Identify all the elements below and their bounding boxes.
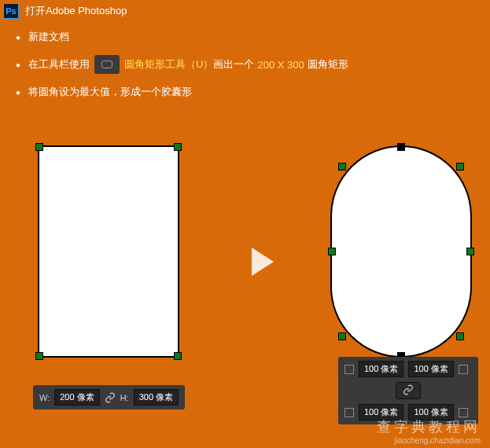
- handle-top-left: [35, 143, 43, 151]
- link-icon: [403, 384, 414, 395]
- corner-bl-icon: [344, 408, 354, 417]
- handle-top-right: [174, 143, 182, 151]
- rounded-rect-shape: [38, 145, 179, 358]
- instruction-list: Ps 打开Adobe Photoshop ● 新建文档 ● 在工具栏使用 圆角矩…: [0, 0, 490, 99]
- link-corners-button[interactable]: [396, 382, 421, 399]
- handle-top: [397, 143, 405, 151]
- handle-bottom-left: [35, 352, 43, 360]
- corner-tr-icon: [459, 365, 468, 374]
- bullet-icon: ●: [16, 88, 20, 97]
- handle-bottom-left: [338, 332, 346, 340]
- watermark-line2: jiaocheng.chazidian.com: [377, 436, 481, 445]
- width-field[interactable]: 200 像素: [54, 389, 99, 406]
- bullet-1-text: 打开Adobe Photoshop: [25, 4, 127, 18]
- bullet-3-text-a: 在工具栏使用: [28, 57, 90, 72]
- corner-radius-panel: 100 像素 100 像素 100 像素 100 像素: [338, 357, 478, 424]
- height-field[interactable]: 300 像素: [134, 389, 179, 406]
- bullet-2-text: 新建文档: [28, 30, 69, 44]
- photoshop-icon: Ps: [3, 3, 19, 19]
- bullet-row-3: ● 在工具栏使用 圆角矩形工具（U） 画出一个 200 X 300 圆角矩形: [8, 55, 482, 74]
- bullet-3-size: 200 X 300: [257, 59, 304, 71]
- watermark-line1: 查字典教程网: [377, 417, 481, 436]
- handle-left: [328, 248, 336, 255]
- corner-tl-icon: [344, 365, 354, 374]
- handle-bottom-right: [174, 352, 182, 360]
- link-icon[interactable]: [105, 392, 116, 403]
- h-label: H:: [120, 393, 129, 402]
- bullet-row-4: ● 将圆角设为最大值，形成一个胶囊形: [8, 85, 482, 99]
- watermark: 查字典教程网 jiaocheng.chazidian.com: [377, 417, 481, 445]
- capsule-shape: [330, 145, 472, 358]
- bullet-row-1: Ps 打开Adobe Photoshop: [8, 3, 482, 19]
- handle-right: [466, 248, 474, 255]
- bullet-3-text-c: 圆角矩形: [308, 57, 348, 72]
- bullet-4-text: 将圆角设为最大值，形成一个胶囊形: [28, 85, 192, 99]
- handle-bottom-right: [456, 332, 464, 340]
- bullet-icon: ●: [16, 61, 20, 69]
- handle-top-left: [338, 163, 346, 171]
- bullet-3-tool: 圆角矩形工具（U）: [124, 57, 213, 72]
- bullet-row-2: ● 新建文档: [8, 30, 482, 44]
- radius-tl-field[interactable]: 100 像素: [359, 361, 403, 377]
- w-label: W:: [39, 393, 50, 402]
- bullet-3-text-b: 画出一个: [213, 57, 254, 72]
- width-height-panel: W: 200 像素 H: 300 像素: [33, 385, 185, 409]
- radius-tr-field[interactable]: 100 像素: [408, 361, 453, 377]
- bullet-icon: ●: [16, 33, 20, 42]
- corner-br-icon: [459, 408, 468, 417]
- handle-top-right: [456, 163, 464, 171]
- rounded-rect-tool-icon: [94, 55, 120, 74]
